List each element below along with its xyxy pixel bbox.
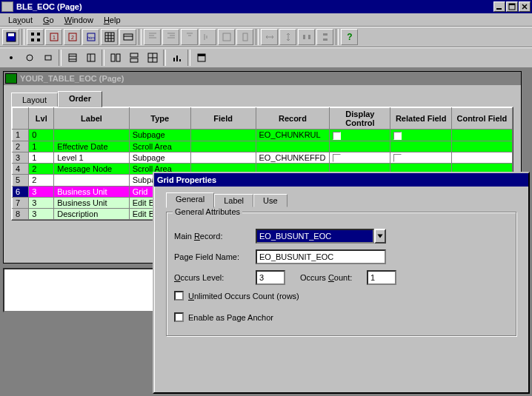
cell-lvl[interactable]: 1 (29, 152, 54, 164)
tool-align3-icon[interactable] (181, 29, 198, 45)
maximize-button[interactable] (506, 1, 518, 12)
tool2-layout3-icon[interactable] (144, 50, 161, 66)
tool-grid-icon[interactable] (101, 29, 118, 45)
tool2-chart-icon[interactable] (168, 50, 185, 66)
tool-align6-icon[interactable] (236, 29, 253, 45)
cell-label[interactable]: Description (54, 208, 129, 219)
row-index[interactable]: 6 (13, 186, 29, 197)
col-rowhead[interactable] (13, 108, 29, 130)
cell-label[interactable] (54, 175, 129, 187)
tool-btn1-icon[interactable]: 1 (45, 29, 62, 45)
tool-align2-icon[interactable] (162, 29, 179, 45)
cell-related-field[interactable] (390, 141, 451, 152)
menu-help[interactable]: Help (99, 16, 126, 24)
row-index[interactable]: 4 (13, 164, 29, 175)
cell-related-field[interactable] (390, 130, 451, 141)
checkbox-icon[interactable] (333, 132, 341, 140)
row-index[interactable]: 3 (13, 152, 29, 164)
cell-display-control[interactable] (330, 152, 390, 164)
row-index[interactable]: 5 (13, 175, 29, 187)
col-type[interactable]: Type (129, 108, 190, 130)
occurs-level-input[interactable] (256, 270, 285, 285)
col-field[interactable]: Field (190, 108, 256, 130)
tool-btn3-icon[interactable]: htm (82, 29, 99, 45)
tool-spacing3-icon[interactable] (298, 29, 315, 45)
table-row[interactable]: 21Effective DateScroll Area (13, 141, 513, 152)
tool-help-icon[interactable]: ? (341, 29, 358, 45)
cell-related-field[interactable] (390, 152, 451, 164)
anchor-checkbox[interactable] (174, 312, 184, 322)
cell-label[interactable] (54, 130, 129, 141)
tool-btn2-icon[interactable]: 2 (64, 29, 81, 45)
row-index[interactable]: 7 (13, 197, 29, 208)
cell-label[interactable]: Business Unit (54, 186, 129, 197)
cell-field[interactable] (190, 141, 256, 152)
tool2-window-icon[interactable] (193, 50, 210, 66)
tab-order[interactable]: Order (58, 91, 102, 107)
table-row[interactable]: 31Level 1SubpageEO_CHUNKEFFD (13, 152, 513, 164)
cell-type[interactable]: Subpage (129, 130, 190, 141)
tool-spacing2-icon[interactable] (279, 29, 296, 45)
cell-field[interactable] (190, 130, 256, 141)
tool-align5-icon[interactable] (218, 29, 235, 45)
cell-record[interactable] (256, 141, 330, 152)
unlimited-checkbox[interactable] (174, 291, 184, 301)
tool-spacing1-icon[interactable] (261, 29, 278, 45)
cell-label[interactable]: Business Unit (54, 197, 129, 208)
tool-spacing4-icon[interactable] (316, 29, 333, 45)
cell-lvl[interactable]: 1 (29, 141, 54, 152)
col-lvl[interactable]: Lvl (29, 108, 54, 130)
cell-display-control[interactable] (330, 141, 390, 152)
cell-lvl[interactable]: 3 (29, 197, 54, 208)
cell-control-field[interactable] (451, 152, 512, 164)
tool2-grid1-icon[interactable] (64, 50, 81, 66)
tool-select-icon[interactable] (27, 29, 44, 45)
tool-align1-icon[interactable] (144, 29, 161, 45)
cell-label[interactable]: Message Node (54, 164, 129, 175)
cell-lvl[interactable]: 2 (29, 164, 54, 175)
menu-window[interactable]: Window (59, 16, 99, 24)
row-index[interactable]: 8 (13, 208, 29, 219)
cell-record[interactable]: EO_CHUNKEFFD (256, 152, 330, 164)
page-field-name-input[interactable] (256, 249, 386, 264)
cell-field[interactable] (190, 152, 256, 164)
checkbox-icon[interactable] (393, 132, 402, 140)
row-index[interactable]: 2 (13, 141, 29, 152)
col-related-field[interactable]: Related Field (390, 108, 451, 130)
tool-table-icon[interactable] (119, 29, 136, 45)
table-row[interactable]: 10SubpageEO_CHUNKRUL (13, 130, 513, 141)
tool2-rect-icon[interactable] (39, 50, 56, 66)
col-label[interactable]: Label (54, 108, 129, 130)
occurs-count-input[interactable] (367, 270, 396, 285)
cell-type[interactable]: Subpage (129, 152, 190, 164)
cell-lvl[interactable]: 3 (29, 186, 54, 197)
menu-layout[interactable]: Layout (3, 16, 38, 24)
dlg-tab-general[interactable]: General (166, 192, 214, 208)
cell-record[interactable]: EO_CHUNKRUL (256, 130, 330, 141)
tool2-layout2-icon[interactable] (125, 50, 142, 66)
dlg-tab-label[interactable]: Label (214, 194, 253, 207)
cell-lvl[interactable]: 0 (29, 130, 54, 141)
main-record-field[interactable] (256, 229, 374, 244)
tool-align4-icon[interactable] (199, 29, 216, 45)
main-record-dropdown-icon[interactable] (374, 229, 386, 244)
cell-control-field[interactable] (451, 141, 512, 152)
cell-label[interactable]: Effective Date (54, 141, 129, 152)
minimize-button[interactable] (493, 1, 505, 12)
tool2-dot-icon[interactable] (2, 50, 19, 66)
tool-save-icon[interactable] (2, 29, 19, 45)
cell-control-field[interactable] (451, 130, 512, 141)
cell-label[interactable]: Level 1 (54, 152, 129, 164)
col-display-control[interactable]: Display Control (330, 108, 390, 130)
dlg-tab-use[interactable]: Use (253, 194, 287, 207)
cell-display-control[interactable] (330, 130, 390, 141)
col-record[interactable]: Record (256, 108, 330, 130)
tool2-circle-icon[interactable] (21, 50, 38, 66)
checkbox-icon[interactable] (393, 154, 402, 162)
tab-layout[interactable]: Layout (11, 93, 58, 107)
menu-go[interactable]: Go (38, 16, 59, 24)
tool2-layout1-icon[interactable] (107, 50, 124, 66)
checkbox-icon[interactable] (333, 154, 341, 162)
cell-lvl[interactable]: 3 (29, 208, 54, 219)
cell-lvl[interactable]: 2 (29, 175, 54, 187)
